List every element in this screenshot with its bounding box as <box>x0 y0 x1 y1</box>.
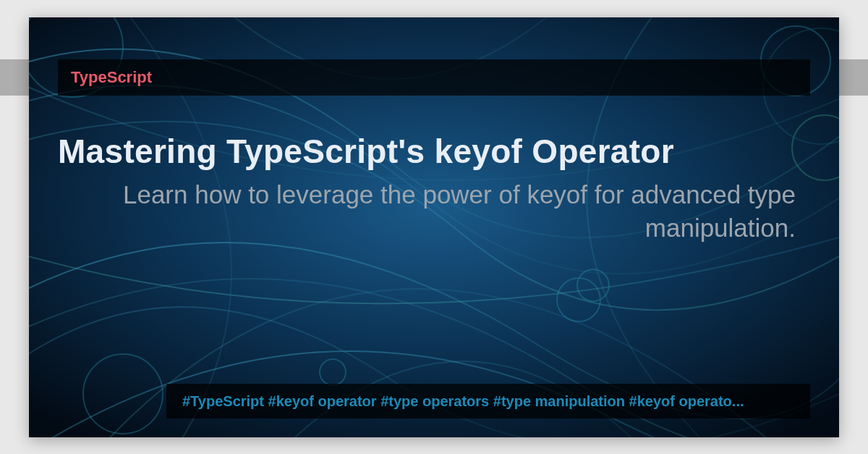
category-label: TypeScript <box>71 68 152 87</box>
category-bar: TypeScript <box>58 59 810 96</box>
article-card: TypeScript Mastering TypeScript's keyof … <box>29 17 839 437</box>
article-tags: #TypeScript #keyof operator #type operat… <box>182 393 744 410</box>
article-subtitle: Learn how to leverage the power of keyof… <box>58 178 796 244</box>
article-title: Mastering TypeScript's keyof Operator <box>58 132 674 171</box>
tag-bar: #TypeScript #keyof operator #type operat… <box>166 384 810 419</box>
